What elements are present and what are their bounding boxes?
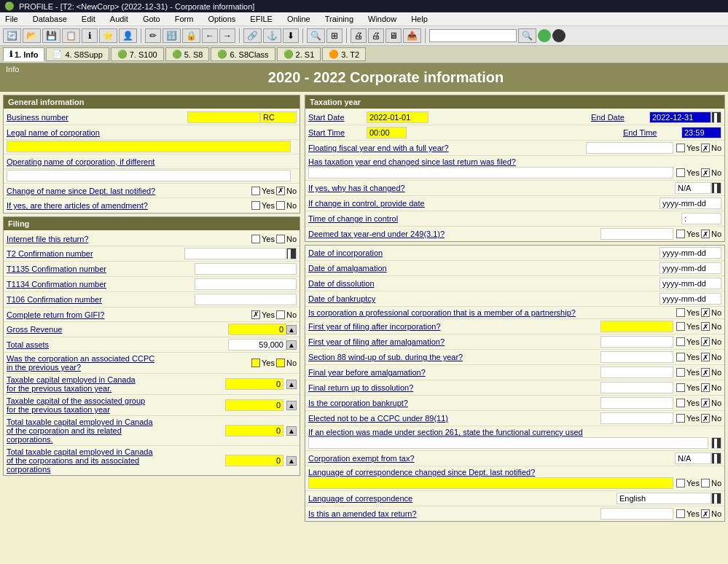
total-taxable-assoc-input[interactable] xyxy=(225,455,283,466)
t1135-conf-label[interactable]: T1135 Confirmation number xyxy=(7,265,195,273)
final-year-amalg-label[interactable]: Final year before amalgamation? xyxy=(308,368,600,377)
change-name-no-cb[interactable]: ✗ xyxy=(276,187,285,195)
time-change-label[interactable]: Time of change in control xyxy=(308,214,681,223)
tax-year-changed-label[interactable]: Has taxation year end changed since last… xyxy=(308,157,721,166)
professional-corp-yes-cb[interactable] xyxy=(676,308,685,317)
lang-corr-input[interactable] xyxy=(617,493,711,504)
incorporation-input[interactable] xyxy=(659,247,721,259)
toolbar-calc-btn[interactable]: 🔢 xyxy=(163,28,181,43)
final-return-label[interactable]: Final return up to dissolution? xyxy=(308,383,600,392)
was-ccpc-label[interactable]: Was the corporation an associated CCPC i… xyxy=(7,354,248,372)
if-yes-why-input[interactable] xyxy=(675,182,711,194)
floating-fy-label[interactable]: Floating fiscal year end with a full yea… xyxy=(308,144,586,152)
change-name-label[interactable]: Change of name since Dept. last notified… xyxy=(7,187,208,195)
toolbar-screen-btn[interactable]: 🖥 xyxy=(385,28,402,43)
is-bankrupt-label[interactable]: Is the corporation bankrupt? xyxy=(308,399,600,407)
first-year-filing-input[interactable] xyxy=(600,321,673,332)
corp-exempt-input[interactable] xyxy=(675,453,711,464)
professional-corp-no-cb[interactable]: ✗ xyxy=(701,308,710,317)
end-date-input[interactable] xyxy=(649,111,711,123)
t2-conf-input[interactable] xyxy=(184,248,286,259)
toolbar-star-btn[interactable]: ⭐ xyxy=(99,28,117,43)
toolbar-link-btn[interactable]: 🔗 xyxy=(243,28,262,43)
taxable-capital-group-label[interactable]: Taxable capital of the associated group … xyxy=(7,396,222,414)
change-control-label[interactable]: If change in control, provide date xyxy=(308,199,659,208)
deemed-tax-no-cb[interactable]: ✗ xyxy=(701,230,710,238)
t106-conf-label[interactable]: T106 Confirmation number xyxy=(7,295,195,304)
tax-year-changed-input[interactable] xyxy=(308,167,673,179)
tab-s100[interactable]: 🟢 7. S100 xyxy=(111,47,164,61)
floating-fy-input[interactable] xyxy=(586,142,673,154)
end-time-input[interactable] xyxy=(681,127,721,138)
articles-label[interactable]: If yes, are there articles of amendment? xyxy=(7,201,251,210)
lang-changed-no-cb[interactable] xyxy=(701,479,710,487)
end-date-scroll[interactable]: ▌ xyxy=(711,111,721,123)
total-assets-label[interactable]: Total assets xyxy=(7,340,228,349)
menu-goto[interactable]: Goto xyxy=(141,14,163,24)
toolbar-lock-btn[interactable]: 🔒 xyxy=(182,28,200,43)
tab-t2[interactable]: 🟠 3. T2 xyxy=(322,47,366,61)
incorporation-label[interactable]: Date of incorporation xyxy=(308,248,659,257)
deemed-tax-yes-cb[interactable] xyxy=(676,230,685,238)
menu-window[interactable]: Window xyxy=(366,14,399,24)
first-year-filing-label[interactable]: First year of filing after incorporation… xyxy=(308,322,600,331)
total-taxable-related-label[interactable]: Total taxable capital employed in Canada… xyxy=(7,418,222,444)
legal-name-label[interactable]: Legal name of corporation xyxy=(7,128,297,137)
end-date-label[interactable]: End Date xyxy=(591,113,649,122)
is-bankrupt-input[interactable] xyxy=(600,397,673,409)
toolbar-search-input[interactable] xyxy=(429,29,517,42)
menu-efile[interactable]: EFILE xyxy=(248,14,275,24)
tab-s8[interactable]: 🟢 5. S8 xyxy=(165,47,210,61)
elected-not-ccpc-no-cb[interactable]: ✗ xyxy=(701,414,710,423)
total-assets-input[interactable] xyxy=(228,339,286,350)
lang-changed-label[interactable]: Language of correspondence changed since… xyxy=(308,468,535,477)
lang-changed-input[interactable] xyxy=(308,477,673,489)
total-taxable-assoc-label[interactable]: Total taxable capital employed in Canada… xyxy=(7,447,222,474)
first-year-amalg-label[interactable]: First year of filing after amalgamation? xyxy=(308,337,600,346)
toolbar-save-btn[interactable]: 💾 xyxy=(42,28,60,43)
gifi-yes-cb[interactable]: ✗ xyxy=(251,310,260,319)
first-year-amalg-input[interactable] xyxy=(600,336,673,348)
elected-not-ccpc-label[interactable]: Elected not to be a CCPC under 89(11) xyxy=(308,414,600,423)
first-year-amalg-yes-cb[interactable] xyxy=(676,337,685,346)
menu-training[interactable]: Training xyxy=(323,14,356,24)
menu-help[interactable]: Help xyxy=(409,14,430,24)
final-year-amalg-no-cb[interactable]: ✗ xyxy=(701,368,710,377)
gross-revenue-input[interactable] xyxy=(228,324,286,335)
section88-yes-cb[interactable] xyxy=(676,353,685,361)
business-number-input[interactable] xyxy=(187,111,260,123)
toolbar-print-btn[interactable]: 📋 xyxy=(62,28,80,43)
legal-name-input[interactable] xyxy=(7,141,291,152)
was-ccpc-yes-cb[interactable] xyxy=(251,359,260,367)
menu-audit[interactable]: Audit xyxy=(108,14,130,24)
time-change-input[interactable] xyxy=(681,213,721,224)
start-time-input[interactable] xyxy=(367,127,407,138)
internet-file-label[interactable]: Internet file this return? xyxy=(7,235,251,243)
toolbar-anchor-btn[interactable]: ⚓ xyxy=(263,28,281,43)
final-return-yes-cb[interactable] xyxy=(676,383,685,392)
floating-fy-no-cb[interactable]: ✗ xyxy=(701,144,710,152)
menu-online[interactable]: Online xyxy=(285,14,313,24)
toolbar-edit-btn[interactable]: ✏ xyxy=(145,28,161,43)
section261-input[interactable] xyxy=(308,437,708,449)
toolbar-zoom-btn[interactable]: 🔍 xyxy=(307,28,325,43)
taxable-capital-scroll[interactable]: ▲ xyxy=(286,380,297,389)
articles-yes-cb[interactable] xyxy=(251,201,260,210)
total-taxable-assoc-scroll[interactable]: ▲ xyxy=(286,456,297,466)
tab-info[interactable]: ℹ 1. Info xyxy=(3,47,44,61)
first-year-filing-yes-cb[interactable] xyxy=(676,322,685,331)
toolbar-printer-btn[interactable]: 🖨 xyxy=(351,28,367,43)
operating-name-label[interactable]: Operating name of corporation, if differ… xyxy=(7,157,297,166)
tab-s8class[interactable]: 🟢 6. S8Class xyxy=(211,47,275,61)
is-amended-input[interactable] xyxy=(600,508,673,520)
lang-changed-yes-cb[interactable] xyxy=(676,479,685,487)
tab-s1[interactable]: 🟢 2. S1 xyxy=(277,47,321,61)
tax-year-changed-no-cb[interactable]: ✗ xyxy=(701,168,710,177)
section88-input[interactable] xyxy=(600,351,673,363)
t1135-conf-input[interactable] xyxy=(195,263,297,275)
section261-label[interactable]: If an election was made under section 26… xyxy=(308,428,583,436)
t106-conf-input[interactable] xyxy=(195,294,297,305)
taxable-capital-input[interactable] xyxy=(225,378,283,390)
deemed-tax-input[interactable] xyxy=(600,228,673,240)
t1134-conf-input[interactable] xyxy=(195,278,297,290)
